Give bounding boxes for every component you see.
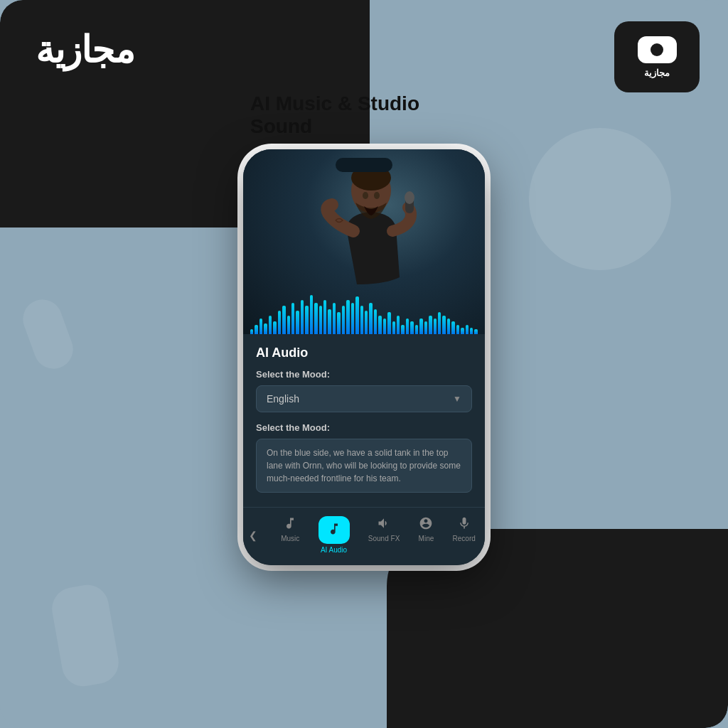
nav-label-music: Music <box>281 535 299 542</box>
wave-bar <box>466 325 469 334</box>
wave-bar <box>447 318 450 334</box>
circle-decoration <box>529 128 671 270</box>
wave-bar <box>328 309 331 334</box>
wave-bar <box>296 311 299 334</box>
wave-bar <box>383 318 386 334</box>
wave-bar <box>282 306 285 334</box>
wave-bar <box>410 321 413 334</box>
wave-bar <box>255 325 257 334</box>
wave-bar <box>360 306 363 334</box>
nav-item-mine[interactable]: Mine <box>413 513 440 557</box>
wave-bar <box>319 306 322 334</box>
nav-item-sound-fx[interactable]: Sound FX <box>363 513 405 557</box>
ai-audio-icon <box>327 522 341 538</box>
wave-bar <box>392 321 395 334</box>
pill-decoration-left <box>18 294 79 375</box>
logo-badge: مجازية <box>614 21 700 92</box>
wave-bar <box>342 306 345 334</box>
wave-bar <box>250 329 253 334</box>
wave-bar <box>269 316 272 334</box>
nav-label-ai-audio: AI Audio <box>321 546 347 554</box>
wave-bar <box>369 303 372 334</box>
wave-bar <box>456 325 459 334</box>
phone-notch <box>336 158 392 172</box>
wave-bar <box>333 303 336 334</box>
wave-bar <box>401 325 404 334</box>
bottom-navigation: ❮ Music <box>243 507 485 565</box>
language-select[interactable]: English ▼ <box>256 385 472 412</box>
select-mood-label-2: Select the Mood: <box>256 422 472 433</box>
wave-bar <box>278 311 281 334</box>
wave-bar <box>374 309 377 334</box>
wave-bar <box>259 318 262 334</box>
wave-bar <box>337 312 340 334</box>
wave-bar <box>415 325 418 334</box>
nav-item-record[interactable]: Record <box>447 513 481 557</box>
wave-bar <box>429 316 432 334</box>
wave-bar <box>305 306 308 334</box>
dropdown-arrow-icon: ▼ <box>453 394 461 404</box>
svg-point-4 <box>363 192 368 199</box>
wave-bar <box>378 316 381 334</box>
wave-bar <box>301 300 304 334</box>
wave-bar <box>264 323 267 334</box>
mine-icon <box>419 516 433 532</box>
wave-bar <box>442 316 445 334</box>
wave-bar <box>406 318 409 334</box>
singer-section <box>243 149 485 334</box>
wave-bar <box>424 321 427 334</box>
wave-bar <box>355 296 358 334</box>
wave-bar <box>365 311 368 334</box>
ai-audio-title: AI Audio <box>256 346 472 360</box>
record-icon <box>457 516 471 532</box>
wave-bar <box>287 316 290 334</box>
mood-textarea[interactable]: On the blue side, we have a solid tank i… <box>256 439 472 493</box>
phone-frame: AI Audio Select the Mood: English ▼ Sele… <box>243 149 485 565</box>
wave-bar <box>314 303 317 334</box>
wave-bar <box>461 328 464 334</box>
nav-label-sound-fx: Sound FX <box>368 535 400 542</box>
wave-bar <box>323 300 326 334</box>
wave-bar <box>438 312 441 334</box>
nav-item-ai-audio[interactable]: AI Audio <box>313 513 355 557</box>
logo-badge-text: مجازية <box>644 68 670 78</box>
page-wrapper: مجازية مجازية AI Music & Studio Sound <box>0 0 728 728</box>
language-value: English <box>267 393 299 405</box>
ai-audio-nav-wrap <box>318 516 350 544</box>
wave-bar <box>470 328 473 334</box>
wave-bar <box>387 312 390 334</box>
wave-bar <box>351 303 354 334</box>
brand-logo-arabic: مجازية <box>36 28 134 71</box>
pill-decoration-bottom <box>48 582 122 690</box>
nav-label-record: Record <box>453 535 476 542</box>
select-mood-label-1: Select the Mood: <box>256 369 472 380</box>
nav-items-container: Music AI Audio <box>272 513 485 557</box>
app-title: AI Music & Studio Sound <box>243 92 485 138</box>
wave-bar <box>397 316 400 334</box>
wave-bar <box>451 321 454 334</box>
wave-bar <box>419 318 422 334</box>
logo-badge-icon <box>638 36 677 63</box>
svg-point-3 <box>405 191 414 204</box>
sound-fx-icon <box>377 516 391 532</box>
wave-bar <box>273 321 276 334</box>
wave-bar <box>474 329 477 334</box>
app-content: AI Audio Select the Mood: English ▼ Sele… <box>243 334 485 507</box>
nav-item-music[interactable]: Music <box>275 513 305 557</box>
svg-point-5 <box>374 192 380 199</box>
nav-chevron-button[interactable]: ❮ <box>243 530 272 541</box>
wave-bar <box>346 300 349 334</box>
music-icon <box>283 516 297 532</box>
waveform <box>243 291 485 334</box>
phone-container: AI Music & Studio Sound <box>243 92 485 565</box>
nav-label-mine: Mine <box>419 535 434 542</box>
wave-bar <box>291 303 294 334</box>
wave-bar <box>434 318 437 334</box>
wave-bar <box>310 295 313 334</box>
